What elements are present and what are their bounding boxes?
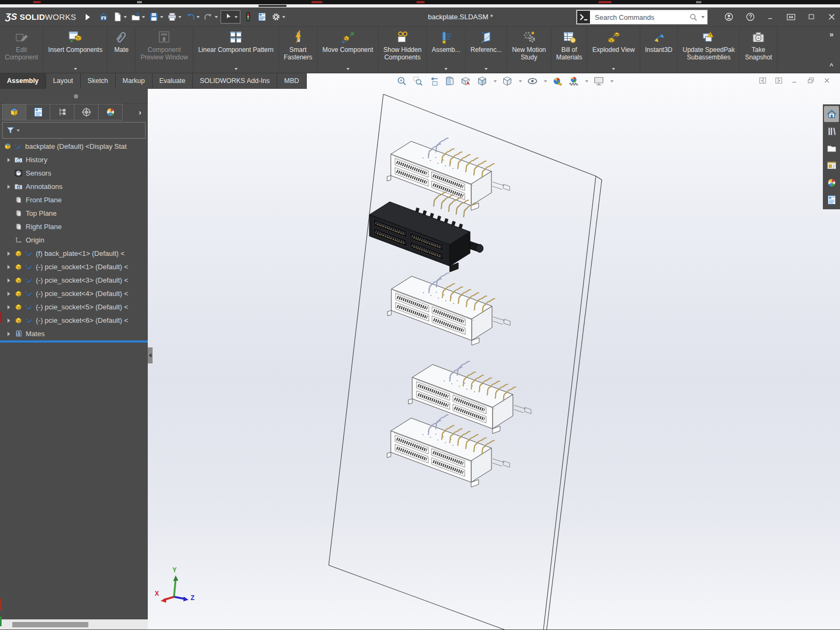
- tab-evaluate[interactable]: Evaluate: [153, 73, 193, 89]
- tree-item-pcie-socket-5[interactable]: (-) pcie_socket<5> (Default) <: [0, 300, 148, 314]
- display-style-icon[interactable]: [502, 75, 513, 87]
- ribbon-button-exploded-view[interactable]: Exploded View: [587, 27, 640, 73]
- ribbon-button-bill-of-materials[interactable]: Bill ofMaterials: [551, 27, 588, 73]
- tree-item-pcie-socket-4[interactable]: (-) pcie_socket<4> (Default) <: [0, 287, 148, 300]
- pcie-socket-black[interactable]: [369, 192, 483, 272]
- doc-restore-icon[interactable]: [807, 77, 815, 85]
- ribbon-button-assembly-features[interactable]: Assemb...: [427, 27, 465, 73]
- tree-item-root[interactable]: backplate (Default) <Display Stat: [0, 140, 148, 153]
- view-orientation-icon[interactable]: [476, 75, 488, 87]
- file-explorer-button[interactable]: [824, 140, 839, 156]
- dropdown-caret-icon[interactable]: [74, 68, 77, 70]
- undo-button[interactable]: [184, 10, 201, 24]
- design-library-button[interactable]: [824, 123, 839, 139]
- dropdown-caret-icon[interactable]: [485, 68, 488, 70]
- ribbon-button-insert-components[interactable]: Insert Components: [43, 27, 108, 73]
- expand-arrow-icon[interactable]: [7, 332, 10, 336]
- dropdown-caret-icon[interactable]: [444, 68, 448, 70]
- pcie-socket-wireframe-1[interactable]: [387, 138, 510, 210]
- tree-item-right-plane[interactable]: Right Plane: [0, 220, 148, 233]
- panel-collapse-tab[interactable]: [148, 347, 153, 363]
- tab-sketch[interactable]: Sketch: [81, 73, 116, 89]
- ribbon-overflow-button[interactable]: »: [829, 30, 834, 39]
- resize-icon[interactable]: [786, 12, 796, 22]
- tree-item-pcie-socket-6[interactable]: (-) pcie_socket<6> (Default) <: [0, 314, 148, 327]
- dropdown-caret-icon[interactable]: [234, 68, 238, 70]
- apply-scene-icon[interactable]: [568, 75, 579, 87]
- minimize-icon[interactable]: [767, 13, 775, 21]
- file-properties-button[interactable]: [256, 10, 268, 24]
- ribbon-button-smart-fasteners[interactable]: SmartFasteners: [279, 27, 317, 73]
- redo-button[interactable]: [202, 10, 219, 24]
- tree-item-history[interactable]: History: [0, 153, 148, 166]
- tab-solidworks-add-ins[interactable]: SOLIDWORKS Add-Ins: [193, 73, 277, 89]
- help-icon[interactable]: [745, 12, 755, 22]
- dropdown-caret-icon[interactable]: [544, 80, 547, 82]
- tree-filter-bar[interactable]: [2, 122, 146, 139]
- filter-funnel-icon[interactable]: [5, 125, 16, 135]
- panel-splitter-handle[interactable]: [0, 89, 148, 104]
- close-icon[interactable]: [827, 12, 837, 22]
- tab-mbd[interactable]: MBD: [277, 73, 307, 89]
- tree-item-mates[interactable]: Mates: [0, 327, 148, 340]
- open-button[interactable]: [130, 10, 146, 24]
- maximize-icon[interactable]: [807, 13, 815, 21]
- print-button[interactable]: [166, 10, 183, 24]
- search-icon[interactable]: [689, 13, 698, 22]
- ribbon-button-linear-component-pattern[interactable]: Linear Component Pattern: [193, 27, 279, 73]
- new-document-button[interactable]: [111, 10, 128, 24]
- ribbon-button-instant3d[interactable]: Instant3D: [640, 27, 678, 73]
- tree-item-sensors[interactable]: Sensors: [0, 166, 148, 180]
- tree-item-annotations[interactable]: Annotations: [0, 180, 148, 193]
- filter-caret-icon[interactable]: [17, 130, 20, 132]
- expand-arrow-icon[interactable]: [7, 292, 10, 296]
- tree-item-origin[interactable]: Origin: [0, 233, 148, 247]
- previous-view-icon[interactable]: [428, 75, 440, 87]
- view-settings-icon[interactable]: [593, 75, 604, 87]
- hide-show-items-icon[interactable]: [527, 75, 538, 87]
- tree-item-top-plane[interactable]: Top Plane: [0, 207, 148, 220]
- doc-close-icon[interactable]: [823, 77, 831, 85]
- search-commands-box[interactable]: Search Commands: [576, 10, 708, 25]
- ribbon-button-move-component[interactable]: Move Component: [317, 27, 379, 73]
- dropdown-caret-icon[interactable]: [346, 68, 350, 70]
- tab-assembly[interactable]: Assembly: [0, 73, 46, 89]
- tab-feature-tree[interactable]: [2, 104, 26, 120]
- ribbon-button-take-snapshot[interactable]: TakeSnapshot: [740, 27, 777, 73]
- search-input[interactable]: Search Commands: [591, 13, 689, 21]
- ribbon-button-new-motion-study[interactable]: New MotionStudy: [507, 27, 551, 73]
- ribbon-button-update-speedpak[interactable]: Update SpeedPakSubassemblies: [678, 27, 740, 73]
- collapse-pane-left-icon[interactable]: [759, 77, 767, 85]
- menu-flyout-arrow-icon[interactable]: [86, 14, 90, 20]
- expand-arrow-icon[interactable]: [7, 278, 10, 283]
- dropdown-caret-icon[interactable]: [612, 68, 615, 70]
- search-dropdown-caret-icon[interactable]: [701, 16, 705, 18]
- panel-tabs-more-arrow[interactable]: ›: [139, 108, 141, 117]
- options-button[interactable]: [270, 10, 286, 24]
- expand-arrow-icon[interactable]: [7, 185, 10, 189]
- expand-arrow-icon[interactable]: [7, 318, 10, 323]
- expand-arrow-icon[interactable]: [7, 252, 10, 256]
- tab-display-manager[interactable]: [99, 104, 123, 120]
- tree-item-front-plane[interactable]: Front Plane: [0, 193, 148, 207]
- scrollbar-thumb[interactable]: [12, 622, 88, 627]
- tab-layout[interactable]: Layout: [46, 73, 81, 89]
- tree-item-back-plate[interactable]: (f) back_plate<1> (Default) <: [0, 247, 148, 260]
- annotation-views-icon[interactable]: [460, 75, 472, 87]
- expand-pane-right-icon[interactable]: [775, 77, 783, 85]
- expand-arrow-icon[interactable]: [7, 158, 10, 162]
- ribbon-collapse-button[interactable]: ^: [830, 62, 834, 70]
- tree-item-pcie-socket-3[interactable]: (-) pcie_socket<3> (Default) <: [0, 274, 148, 287]
- custom-properties-button[interactable]: [824, 192, 839, 208]
- pcie-socket-wireframe-3[interactable]: [408, 361, 531, 434]
- tree-item-pcie-socket-1[interactable]: (-) pcie_socket<1> (Default) <: [0, 260, 148, 274]
- view-palette-button[interactable]: [824, 157, 839, 173]
- ribbon-button-mate[interactable]: Mate: [108, 27, 135, 73]
- edit-appearance-icon[interactable]: [552, 75, 563, 87]
- ribbon-button-reference-geometry[interactable]: Referenc...: [466, 27, 508, 73]
- tab-configuration-manager[interactable]: [50, 104, 74, 120]
- dropdown-caret-icon[interactable]: [519, 80, 522, 82]
- zoom-to-fit-icon[interactable]: [396, 75, 407, 87]
- tab-property-manager[interactable]: [26, 104, 50, 120]
- dropdown-caret-icon[interactable]: [610, 80, 614, 82]
